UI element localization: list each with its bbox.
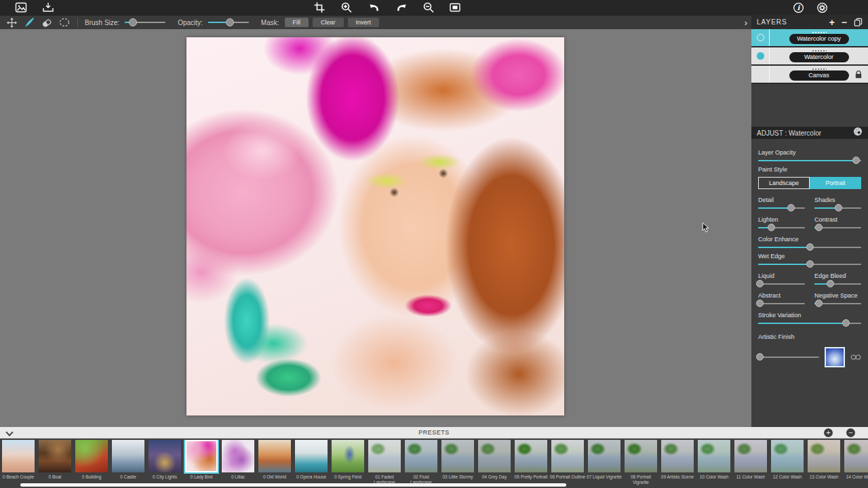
settings-icon[interactable] (816, 1, 828, 14)
canvas-area[interactable] (0, 29, 751, 427)
landscape-button[interactable]: Landscape (758, 177, 810, 189)
edge-bleed-slider[interactable] (814, 283, 861, 285)
lighten-slider[interactable] (758, 227, 805, 228)
redo-icon[interactable] (395, 1, 408, 14)
main-image-watercolor-portrait[interactable] (186, 37, 564, 415)
preset-item-0-opera-house[interactable]: 0 Opera House (295, 440, 328, 488)
preset-item-0-beach-couple[interactable]: 0 Beach Couple (2, 440, 35, 488)
preset-item-13-color-wash[interactable]: 13 Color Wash (808, 440, 840, 488)
preset-item-11-color-wash[interactable]: 11 Color Wash (734, 440, 767, 488)
mask-fill-button[interactable]: Fill (285, 18, 309, 27)
preset-thumbnail[interactable] (332, 440, 364, 472)
preset-thumbnail[interactable] (149, 440, 181, 472)
preset-thumbnail[interactable] (588, 440, 620, 472)
preset-thumbnail[interactable] (734, 440, 767, 472)
remove-layer-icon[interactable]: − (842, 18, 847, 27)
preset-item-0-boat[interactable]: 0 Boat (39, 440, 71, 488)
mask-invert-button[interactable]: Invert (348, 18, 380, 27)
preset-thumbnail[interactable] (844, 440, 868, 472)
brush-tool[interactable] (20, 16, 38, 28)
lasso-tool[interactable] (56, 16, 73, 28)
preset-item-05-pretty-portrait[interactable]: 05 Pretty Portrait (515, 440, 547, 488)
preset-item-0-castle[interactable]: 0 Castle (112, 440, 144, 488)
preset-item-0-city-lights[interactable]: 0 City Lights (149, 440, 181, 488)
preset-thumbnail[interactable] (295, 440, 328, 472)
move-tool[interactable] (3, 16, 20, 28)
artistic-finish-thumbnail[interactable] (825, 347, 845, 367)
fit-screen-icon[interactable] (449, 1, 461, 14)
remove-preset-button[interactable]: − (846, 428, 855, 437)
crop-icon[interactable] (313, 1, 326, 14)
preset-item-12-color-wash[interactable]: 12 Color Wash (771, 440, 804, 488)
preset-item-14-color-wash[interactable]: 14 Color Wash (844, 440, 868, 488)
add-layer-icon[interactable]: + (829, 18, 835, 27)
preset-item-0-lillac[interactable]: 0 Lillac (222, 440, 254, 488)
preset-item-01-faded-landscape[interactable]: 01 Faded Landscape (368, 440, 401, 488)
preset-thumbnail[interactable] (2, 440, 35, 472)
preset-item-0-building[interactable]: 0 Building (75, 440, 108, 488)
shades-slider[interactable] (814, 207, 861, 209)
detail-slider[interactable] (758, 207, 805, 209)
preset-item-06-portrait-outline[interactable]: 06 Portrait Outline (551, 440, 584, 488)
preset-thumbnail[interactable] (698, 440, 730, 472)
preset-item-0-spring-field[interactable]: 0 Spring Field (332, 440, 364, 488)
layer-row-watercolor[interactable]: Watercolor (751, 47, 868, 66)
brush-size-slider[interactable] (125, 22, 165, 23)
contrast-slider[interactable] (814, 227, 861, 228)
preset-item-07-liquid-vignette[interactable]: 07 Liquid Vignette (588, 440, 620, 488)
preset-thumbnail[interactable] (39, 440, 71, 472)
portrait-button[interactable]: Portrait (810, 177, 861, 189)
preset-item-03-little-stormy[interactable]: 03 Little Stormy (441, 440, 474, 488)
palette-icon[interactable] (853, 127, 863, 139)
preset-thumbnail[interactable] (478, 440, 511, 472)
layer-grip-dots[interactable] (812, 50, 827, 52)
layer-visibility-toggle[interactable] (757, 52, 764, 60)
mask-clear-button[interactable]: Clear (313, 18, 344, 27)
duplicate-layer-icon[interactable] (854, 18, 863, 26)
preset-thumbnail[interactable] (661, 440, 694, 472)
layer-row-canvas[interactable]: Canvas (751, 66, 868, 84)
undo-icon[interactable] (368, 1, 380, 14)
preset-item-0-old-world[interactable]: 0 Old World (258, 440, 291, 488)
color-enhance-slider[interactable] (758, 247, 861, 248)
preset-thumbnail[interactable] (625, 440, 657, 472)
preset-thumbnail[interactable] (185, 440, 218, 472)
preset-thumbnail[interactable] (808, 440, 840, 472)
layer-row-watercolor-copy[interactable]: Watercolor copy (751, 29, 868, 47)
preset-item-08-portrait-vignette[interactable]: 08 Portrait Vignette (625, 440, 657, 488)
panel-collapse-chevron[interactable]: › (745, 18, 747, 27)
preset-thumbnail[interactable] (441, 440, 474, 472)
preset-thumbnail[interactable] (368, 440, 401, 472)
layer-name-pill[interactable]: Watercolor (789, 52, 849, 62)
wet-edge-slider[interactable] (758, 264, 861, 265)
layer-opacity-slider[interactable] (758, 160, 861, 161)
add-preset-button[interactable]: + (824, 428, 833, 437)
info-icon[interactable]: i (792, 1, 804, 14)
preset-item-09-artistic-scene[interactable]: 09 Artistic Scene (661, 440, 694, 488)
layer-visibility-toggle[interactable] (757, 34, 764, 41)
preset-item-02-fluid-landscape[interactable]: 02 Fluid Landscape (405, 440, 437, 488)
stroke-variation-slider[interactable] (758, 323, 861, 324)
presets-scrollbar[interactable] (20, 483, 566, 487)
negative-space-slider[interactable] (814, 303, 861, 304)
preset-thumbnail[interactable] (258, 440, 291, 472)
zoom-out-icon[interactable] (422, 1, 435, 14)
link-icon[interactable] (850, 351, 861, 363)
artistic-finish-slider[interactable] (758, 357, 819, 358)
preset-thumbnail[interactable] (75, 440, 108, 472)
preset-item-10-color-wash[interactable]: 10 Color Wash (698, 440, 730, 488)
abstract-slider[interactable] (758, 303, 805, 304)
preset-item-0-lady-bird[interactable]: 0 Lady Bird (185, 440, 218, 488)
preset-thumbnail[interactable] (112, 440, 144, 472)
preset-item-04-grey-day[interactable]: 04 Grey Day (478, 440, 511, 488)
preset-thumbnail[interactable] (405, 440, 437, 472)
layer-grip-dots[interactable] (812, 68, 827, 70)
preset-thumbnail[interactable] (551, 440, 584, 472)
preset-thumbnail[interactable] (515, 440, 547, 472)
image-viewer-icon[interactable] (15, 1, 27, 14)
preset-thumbnail[interactable] (771, 440, 804, 472)
eraser-tool[interactable] (38, 16, 56, 28)
liquid-slider[interactable] (758, 283, 805, 285)
layer-grip-dots[interactable] (812, 32, 827, 33)
import-image-icon[interactable] (42, 1, 54, 14)
